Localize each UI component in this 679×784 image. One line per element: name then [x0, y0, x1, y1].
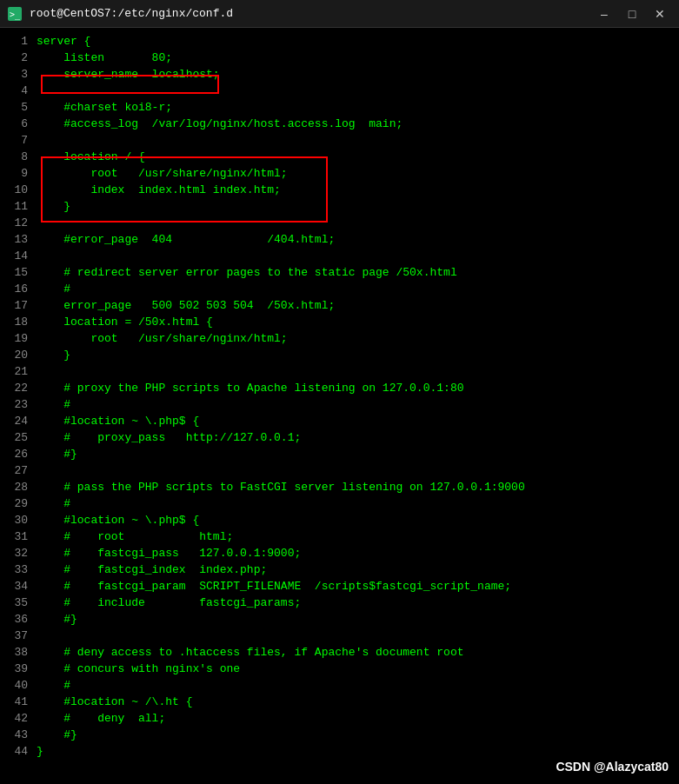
line-number: 9 — [0, 165, 37, 182]
line-content: root /usr/share/nginx/html; — [37, 330, 679, 347]
line-content: # deny all; — [37, 710, 679, 727]
line-content: # fastcgi_pass 127.0.0.1:9000; — [37, 545, 679, 561]
code-line: 41 #location ~ /\.ht { — [0, 694, 679, 710]
line-content: #access_log /var/log/nginx/host.access.l… — [37, 116, 679, 132]
code-line: 7 — [0, 132, 679, 149]
code-line: 44} — [0, 743, 679, 760]
line-content: server { — [37, 33, 679, 50]
code-line: 2 listen 80; — [0, 50, 679, 66]
line-number: 2 — [0, 50, 37, 66]
line-content: # proxy_pass http://127.0.0.1; — [37, 429, 679, 446]
line-content: location / { — [37, 149, 679, 165]
line-number: 26 — [0, 446, 37, 462]
line-content: #location ~ \.php$ { — [37, 413, 679, 429]
code-line: 25 # proxy_pass http://127.0.0.1; — [0, 429, 679, 446]
line-number: 39 — [0, 661, 37, 677]
line-number: 34 — [0, 578, 37, 595]
line-content: # proxy the PHP scripts to Apache listen… — [37, 380, 679, 396]
line-content: # include fastcgi_params; — [37, 595, 679, 611]
line-number: 42 — [0, 710, 37, 727]
line-number: 44 — [0, 743, 37, 760]
line-content: server_name localhost; — [37, 66, 679, 83]
code-line: 22 # proxy the PHP scripts to Apache lis… — [0, 380, 679, 396]
code-line: 27 — [0, 462, 679, 479]
line-number: 35 — [0, 595, 37, 611]
code-line: 43 #} — [0, 727, 679, 743]
line-number: 36 — [0, 611, 37, 628]
code-line: 28 # pass the PHP scripts to FastCGI ser… — [0, 479, 679, 495]
line-number: 31 — [0, 528, 37, 545]
line-number: 25 — [0, 429, 37, 446]
line-number: 11 — [0, 198, 37, 215]
code-line: 21 — [0, 363, 679, 380]
line-content: location = /50x.html { — [37, 314, 679, 330]
code-line: 9 root /usr/share/nginx/html; — [0, 165, 679, 182]
line-number: 7 — [0, 132, 37, 149]
terminal-icon: >_ — [7, 6, 23, 22]
code-line: 35 # include fastcgi_params; — [0, 595, 679, 611]
line-content: # fastcgi_index index.php; — [37, 561, 679, 578]
line-number: 21 — [0, 363, 37, 380]
code-line: 17 error_page 500 502 503 504 /50x.html; — [0, 297, 679, 314]
line-content: # — [37, 495, 679, 512]
line-number: 3 — [0, 66, 37, 83]
line-content: # concurs with nginx's one — [37, 661, 679, 677]
line-number: 24 — [0, 413, 37, 429]
code-line: 6 #access_log /var/log/nginx/host.access… — [0, 116, 679, 132]
window-controls: – □ ✕ — [592, 4, 672, 23]
line-number: 13 — [0, 231, 37, 248]
watermark: CSDN @Alazycat80 — [556, 760, 669, 774]
line-number: 10 — [0, 182, 37, 198]
line-content: index index.html index.htm; — [37, 182, 679, 198]
line-number: 17 — [0, 297, 37, 314]
terminal-window: >_ root@CentOS7:/etc/nginx/conf.d – □ ✕ … — [0, 0, 679, 784]
code-line: 32 # fastcgi_pass 127.0.0.1:9000; — [0, 545, 679, 561]
line-number: 19 — [0, 330, 37, 347]
line-content: error_page 500 502 503 504 /50x.html; — [37, 297, 679, 314]
code-line: 14 — [0, 248, 679, 264]
code-line: 36 #} — [0, 611, 679, 628]
line-number: 30 — [0, 512, 37, 528]
line-content: #} — [37, 727, 679, 743]
line-number: 33 — [0, 561, 37, 578]
line-number: 14 — [0, 248, 37, 264]
code-line: 13 #error_page 404 /404.html; — [0, 231, 679, 248]
code-line: 23 # — [0, 396, 679, 413]
code-line: 18 location = /50x.html { — [0, 314, 679, 330]
code-line: 42 # deny all; — [0, 710, 679, 727]
line-content: #location ~ \.php$ { — [37, 512, 679, 528]
code-line: 39 # concurs with nginx's one — [0, 661, 679, 677]
line-content: listen 80; — [37, 50, 679, 66]
line-content: # — [37, 281, 679, 297]
code-line: 12 — [0, 215, 679, 231]
code-line: 11 } — [0, 198, 679, 215]
code-line: 5 #charset koi8-r; — [0, 99, 679, 116]
line-number: 38 — [0, 644, 37, 661]
line-content: # pass the PHP scripts to FastCGI server… — [37, 479, 679, 495]
code-line: 31 # root html; — [0, 528, 679, 545]
line-number: 41 — [0, 694, 37, 710]
code-line: 40 # — [0, 677, 679, 694]
line-content: # root html; — [37, 528, 679, 545]
code-line: 20 } — [0, 347, 679, 363]
line-number: 8 — [0, 149, 37, 165]
line-number: 15 — [0, 264, 37, 281]
line-content: #} — [37, 446, 679, 462]
minimize-button[interactable]: – — [592, 4, 616, 23]
line-number: 40 — [0, 677, 37, 694]
line-content: # fastcgi_param SCRIPT_FILENAME /scripts… — [37, 578, 679, 595]
close-button[interactable]: ✕ — [648, 4, 672, 23]
line-content: # — [37, 677, 679, 694]
line-content: } — [37, 743, 679, 760]
code-line: 30 #location ~ \.php$ { — [0, 512, 679, 528]
line-number: 29 — [0, 495, 37, 512]
line-number: 12 — [0, 215, 37, 231]
code-line: 16 # — [0, 281, 679, 297]
window-title: root@CentOS7:/etc/nginx/conf.d — [30, 7, 592, 20]
maximize-button[interactable]: □ — [620, 4, 644, 23]
line-number: 16 — [0, 281, 37, 297]
code-line: 37 — [0, 628, 679, 644]
line-number: 6 — [0, 116, 37, 132]
line-content: #error_page 404 /404.html; — [37, 231, 679, 248]
line-content: #} — [37, 611, 679, 628]
